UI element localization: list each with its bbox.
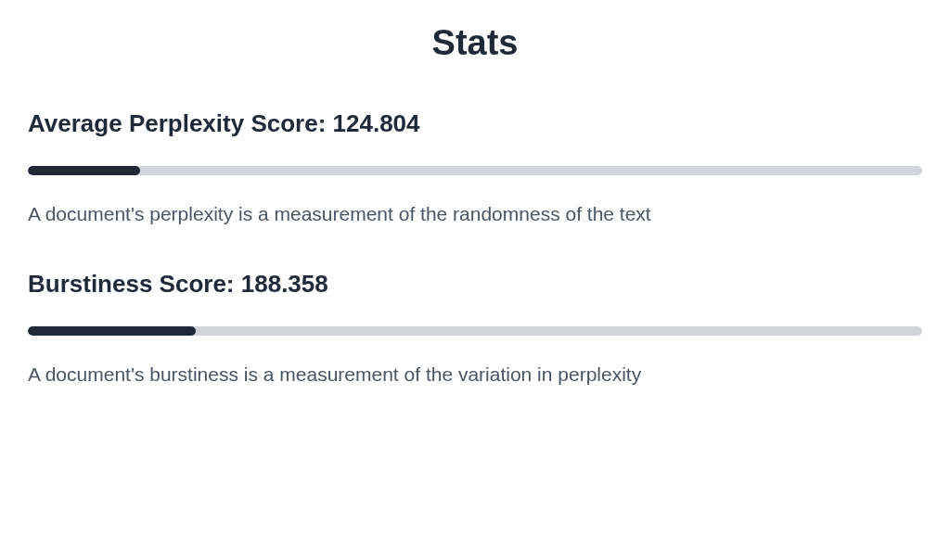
perplexity-block: Average Perplexity Score: 124.804 A docu… [28,109,922,225]
perplexity-progress-bar [28,166,922,175]
burstiness-heading: Burstiness Score: 188.358 [28,270,922,299]
burstiness-value: 188.358 [241,270,328,298]
burstiness-block: Burstiness Score: 188.358 A document's b… [28,270,922,386]
burstiness-label: Burstiness Score: [28,270,241,298]
page-title: Stats [28,23,922,63]
perplexity-progress-fill [28,166,140,175]
burstiness-progress-bar [28,326,922,336]
perplexity-heading: Average Perplexity Score: 124.804 [28,109,922,138]
perplexity-value: 124.804 [333,109,420,137]
burstiness-description: A document's burstiness is a measurement… [28,363,922,386]
perplexity-label: Average Perplexity Score: [28,109,333,137]
burstiness-progress-fill [28,326,196,336]
perplexity-description: A document's perplexity is a measurement… [28,203,922,225]
